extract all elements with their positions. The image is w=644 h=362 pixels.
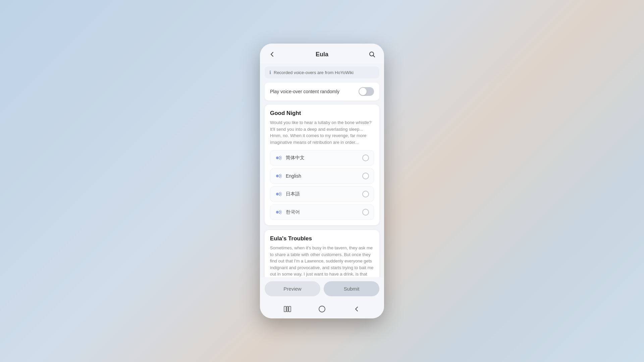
svg-point-10 bbox=[319, 306, 325, 312]
radio-zh-cn-1[interactable] bbox=[362, 155, 369, 161]
nav-bar bbox=[260, 301, 384, 318]
submit-button[interactable]: Submit bbox=[324, 281, 379, 296]
lang-option-ja-1[interactable]: 日本語 bbox=[270, 186, 374, 202]
section-troubles-title: Eula's Troubles bbox=[270, 235, 374, 242]
search-button[interactable] bbox=[367, 49, 377, 60]
section-good-night-title: Good Night bbox=[270, 110, 374, 117]
info-text: Recorded voice-overs are from HoYoWiki bbox=[274, 70, 354, 75]
phone-frame: Eula ℹ Recorded voice-overs are from HoY… bbox=[260, 44, 384, 318]
audio-icon-ja-1 bbox=[275, 191, 282, 197]
audio-icon-en-1 bbox=[275, 173, 282, 179]
nav-back-icon[interactable] bbox=[352, 304, 361, 314]
back-button[interactable] bbox=[267, 49, 277, 60]
lang-name-en-1: English bbox=[286, 173, 301, 179]
svg-point-1 bbox=[276, 157, 279, 159]
nav-home-icon[interactable] bbox=[317, 304, 327, 314]
lang-option-ko-1[interactable]: 한국어 bbox=[270, 204, 374, 220]
nav-menu-icon[interactable] bbox=[283, 304, 292, 314]
voice-toggle-label: Play voice-over content randomly bbox=[270, 89, 339, 94]
section-eulas-troubles: Eula's Troubles Sometimes, when it's bus… bbox=[265, 230, 379, 277]
info-banner: ℹ Recorded voice-overs are from HoYoWiki bbox=[265, 66, 379, 78]
audio-icon-ko-1 bbox=[275, 209, 282, 215]
lang-name-zh-cn-1: 简体中文 bbox=[286, 155, 305, 161]
radio-en-1[interactable] bbox=[362, 173, 369, 179]
svg-point-3 bbox=[276, 193, 279, 195]
page-title: Eula bbox=[316, 51, 328, 58]
svg-rect-8 bbox=[287, 306, 288, 312]
info-icon: ℹ bbox=[269, 70, 271, 75]
lang-name-ja-1: 日本語 bbox=[286, 191, 300, 197]
lang-option-en-1[interactable]: English bbox=[270, 168, 374, 184]
voice-toggle-switch[interactable] bbox=[359, 87, 374, 96]
header: Eula bbox=[260, 44, 384, 64]
lang-name-ko-1: 한국어 bbox=[286, 209, 300, 215]
lang-option-zh-cn-1[interactable]: 简体中文 bbox=[270, 150, 374, 166]
section-good-night-desc: Would you like to hear a lullaby on the … bbox=[270, 119, 374, 145]
preview-button[interactable]: Preview bbox=[265, 281, 320, 296]
svg-rect-9 bbox=[289, 306, 291, 312]
svg-point-2 bbox=[276, 175, 279, 177]
svg-point-4 bbox=[276, 211, 279, 214]
bottom-buttons: Preview Submit bbox=[260, 277, 384, 301]
main-content: ℹ Recorded voice-overs are from HoYoWiki… bbox=[260, 64, 384, 277]
audio-icon-zh-cn-1 bbox=[275, 155, 282, 161]
toggle-knob bbox=[359, 88, 367, 95]
section-good-night: Good Night Would you like to hear a lull… bbox=[265, 105, 379, 225]
radio-ko-1[interactable] bbox=[362, 209, 369, 216]
section-troubles-desc: Sometimes, when it's busy in the tavern,… bbox=[270, 245, 374, 277]
radio-ja-1[interactable] bbox=[362, 191, 369, 197]
voice-toggle-row: Play voice-over content randomly bbox=[265, 82, 379, 101]
svg-rect-7 bbox=[284, 306, 286, 312]
